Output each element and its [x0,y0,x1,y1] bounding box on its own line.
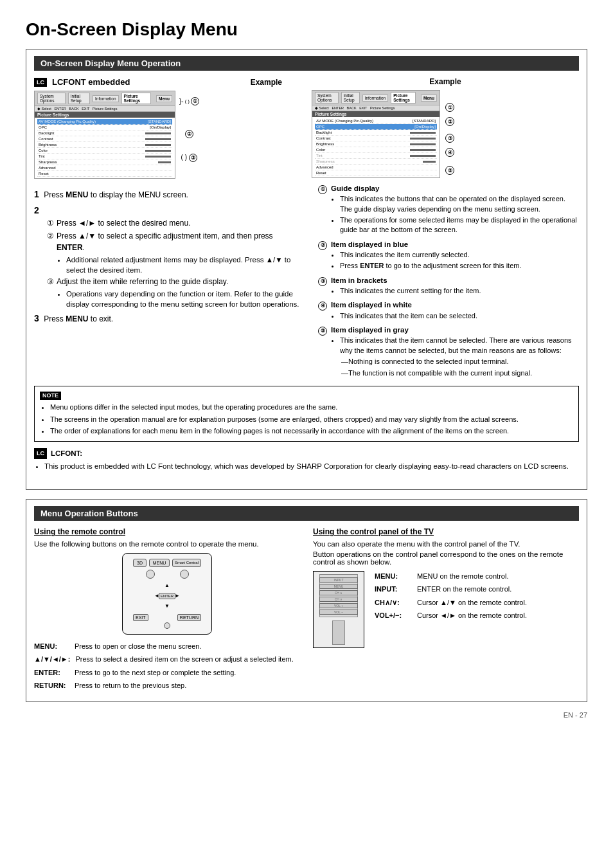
step-3-num: 3 [34,313,39,323]
tab-picture: Picture Settings [121,93,151,104]
cd-5-bullets: This indicates that the item cannot be s… [340,336,579,378]
menu-navbar: ◆ Select ENTER BACK EXIT Picture Setting… [35,106,175,112]
right-example-area: System Options Initial Setup Information… [312,90,579,178]
cd-5-b3: —The function is not compatible with the… [341,368,579,378]
tv-desc2: Button operations on the control panel c… [313,550,579,566]
tv-btn-vol-down[interactable]: VOL − [319,610,358,615]
step-2: 2 ① Press ◄/► to select the desired menu… [34,204,301,309]
cd-2-b1: This indicates the item currently select… [340,250,521,260]
cd-5-content: Item displayed in gray This indicates th… [331,325,579,379]
cd-3-bullets: This indicates the current setting for t… [340,286,481,296]
right-side: Example System Options Initial Setup Inf… [312,77,579,379]
cd-2-bullets: This indicates the item currently select… [340,250,521,271]
dpad-enter[interactable]: ENTER [159,593,175,599]
legend-row-menu: MENU: Press to open or close the menu sc… [34,641,300,653]
r-callout-3: ③ [445,134,454,143]
tv-stand [332,620,345,645]
dpad-up[interactable]: ▲ [164,583,170,588]
menu-item-advanced: Advanced [37,165,172,171]
step-3-text2: to exit. [89,314,114,323]
btn-3d[interactable]: 3D [133,559,147,567]
menu-item-sharpness: Sharpness [37,159,172,165]
step-2-bullet-2: Operations vary depending on the functio… [66,289,301,309]
remote-circles-top [133,570,201,579]
dpad-down[interactable]: ▼ [164,603,170,609]
menu-label: Menu [156,95,172,102]
legend-val-enter: Press to go to the next step or complete… [75,667,236,679]
legend-row-arrows: ▲/▼/◄/►: Press to select a desired item … [34,654,300,665]
r-backlight: Backlight [315,130,437,136]
cd-4-b1: This indicates that the item can be sele… [340,311,477,321]
legend-val-arrows: Press to select a desired item on the sc… [75,654,293,665]
tv-btn-menu-s[interactable]: MENU [319,584,358,589]
remote-desc: Use the following buttons on the remote … [34,540,300,548]
steps-list: 1 Press MENU to display the MENU screen.… [34,188,301,325]
tv-key-input: INPUT: [375,584,413,595]
cd-1-header: Guide display [331,185,379,192]
callout-descriptions: ① Guide display This indicates the butto… [312,183,579,379]
tv-key-menu: MENU: [375,571,413,583]
sub-step-2b: ② Press ▲/▼ to select a specific adjustm… [47,230,301,253]
dpad-right[interactable]: ► [175,593,180,599]
remote-legend: MENU: Press to open or close the menu sc… [34,641,300,692]
tv-legend-input: INPUT: ENTER on the remote control. [375,584,527,595]
osd-operation-header: On-Screen Display Menu Operation [34,56,579,71]
left-diagram-wrapper: System Options Initial Setup Information… [34,91,301,184]
callout-desc-3: ③ Item in brackets This indicates the cu… [318,275,579,298]
tv-panel-box: INPUT MENU CH ∧ CH ∨ VOL + VOL − [313,571,364,648]
legend-key-enter: ENTER: [34,667,69,679]
remote-circle-2 [180,570,189,579]
tv-btn-input[interactable]: INPUT [319,577,358,583]
legend-key-menu: MENU: [34,641,69,653]
note-label: NOTE [40,392,61,401]
callout-2: ② [185,130,193,138]
remote-circle-1 [146,570,155,579]
lcfont-title-2: LCFONT: [51,448,82,459]
legend-row-return: RETURN: Press to return to the previous … [34,680,300,692]
btn-exit[interactable]: EXIT [133,614,148,621]
cd-5-b1: This indicates that the item cannot be s… [340,336,579,356]
cd-5-num: ⑤ [318,327,327,336]
cd-3-num: ③ [318,277,327,286]
tv-val-vol: Cursor ◄/► on the remote control. [417,610,527,622]
menu-body: AV MODE (Changing Pic.Quality) [STANDARD… [35,118,175,178]
legend-key-return: RETURN: [34,680,69,692]
arrow-circle-2: ② [185,129,195,138]
tv-btn-ch-up[interactable]: CH ∧ [319,590,358,595]
r-avmode: AV MODE (Changing Pic.Quality)[STANDARD] [315,118,437,124]
callout-desc-2: ② Item displayed in blue This indicates … [318,239,579,273]
r-sharpness: Sharpness [315,159,437,165]
legend-key-arrows: ▲/▼/◄/►: [34,654,70,665]
r-tint: Tint [315,153,437,159]
remote-title: Using the remote control [34,527,300,536]
tab-system: System Options [37,93,66,104]
cd-1-bullets: This indicates the buttons that can be o… [340,194,579,235]
page-title: On-Screen Display Menu [26,19,587,40]
step-3: 3 Press MENU to exit. [34,312,301,325]
remote-box: 3D MENU Smart Central ▲ ◄ ENTER [122,553,212,635]
tv-desc1: You can also operate the menu with the c… [313,540,579,548]
btn-smart[interactable]: Smart Central [172,559,201,567]
tv-val-input: ENTER on the remote control. [417,584,511,595]
tv-btn-vol-up[interactable]: VOL + [319,603,358,608]
tv-key-ch: CH∧/∨: [375,597,413,609]
lcfont-list: This product is embedded with LC Font te… [44,461,579,472]
btn-return[interactable]: RETURN [177,614,201,621]
arrow-circle-3: ( ) ③ [181,152,199,162]
btn-menu[interactable]: MENU [149,559,170,567]
menu-item-tint: Tint [37,154,172,159]
tab-initial: Initial Setup [68,93,90,104]
menu-item-contrast: Contrast [37,136,172,142]
note-list: Menu options differ in the selected inpu… [50,402,573,437]
remote-dpad: ▲ ◄ ENTER ► ▼ [152,581,182,611]
tab-info: Information [93,95,119,102]
cd-2-b2: Press ENTER to go to the adjustment scre… [340,261,521,271]
cd-2-content: Item displayed in blue This indicates th… [331,239,521,273]
tv-btn-ch-down[interactable]: CH ∨ [319,597,358,602]
r-brightness: Brightness [315,141,437,147]
tv-val-ch: Cursor ▲/▼ on the remote control. [417,597,527,609]
lcfont-row: LC LCFONT embedded Example [34,77,301,87]
lcfont-note-text: This product is embedded with LC Font te… [44,461,579,472]
sub-step-2c-text: Adjust the item while referring to the g… [57,276,228,287]
step-1-text2: to display the MENU screen. [89,190,188,199]
